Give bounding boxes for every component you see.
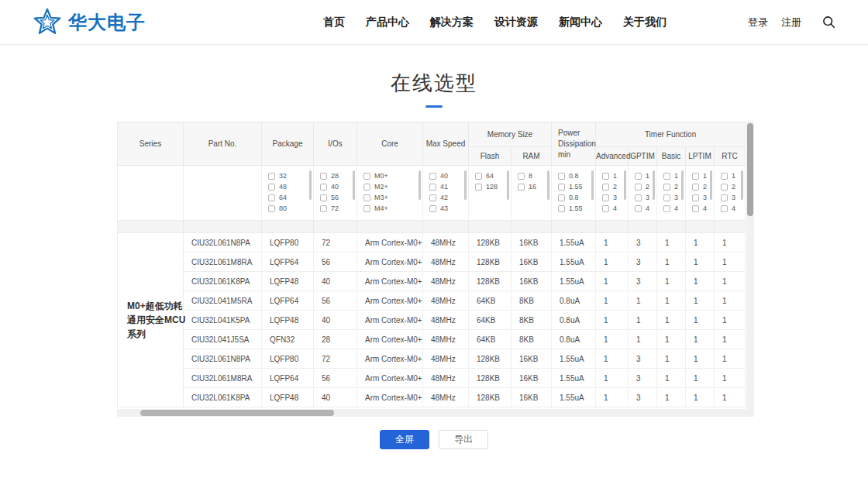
filter-option[interactable]: 4 [721,203,745,214]
cell-power: 1.55uA [552,233,596,253]
cell-gptim: 3 [629,349,657,369]
filter-scrollbar[interactable] [309,170,312,200]
filter-option[interactable]: 32 [268,170,313,181]
filter-option[interactable]: 4 [663,203,685,214]
cell-rtc: 1 [715,388,746,407]
checkbox-icon [663,173,670,180]
filter-option-label: 64 [486,172,494,180]
filter-option-label: 28 [331,172,339,180]
filter-option-label: 2 [646,183,649,191]
main-nav: 首页产品中心解决方案设计资源新闻中心关于我们 [242,15,748,29]
table-row[interactable]: CIU32L061N8PA LQFP80 72 Arm Cortex-M0+ 4… [118,349,746,369]
filter-option-label: 0.8 [569,194,579,201]
horizontal-scrollbar-thumb[interactable] [140,410,334,416]
checkbox-icon [602,194,609,201]
table-row[interactable]: CIU32L061N8PA LQFP80 72 Arm Cortex-M0+ 4… [118,233,746,253]
nav-item[interactable]: 首页 [323,15,345,29]
cell-max-speed: 48MHz [423,349,469,369]
filter-option[interactable]: 1.55 [558,181,595,192]
nav-item[interactable]: 关于我们 [623,15,666,29]
filter-option-label: 1 [674,172,678,180]
filter-option[interactable]: 4 [602,203,628,214]
filter-option-label: 3 [646,194,649,201]
cell-ios: 56 [314,369,357,388]
filter-option[interactable]: 4 [635,203,656,214]
cell-ram: 16KB [512,272,552,291]
filter-option[interactable]: 64 [475,170,511,181]
export-button[interactable]: 导出 [439,430,488,449]
filter-option-label: 1 [732,172,735,180]
cell-flash: 64KB [469,291,512,311]
filter-scrollbar[interactable] [624,170,626,200]
horizontal-scrollbar[interactable] [117,409,754,417]
filter-scrollbar[interactable] [507,170,509,200]
nav-item[interactable]: 新闻中心 [559,15,602,29]
table-row[interactable]: CIU32L041J5SA QFN32 28 Arm Cortex-M0+ 48… [118,330,746,349]
nav-item[interactable]: 产品中心 [366,15,409,29]
vertical-scrollbar-thumb[interactable] [747,123,753,216]
cell-gptim: 1 [629,291,657,311]
checkbox-icon [475,173,482,180]
checkbox-icon [692,184,699,191]
search-icon[interactable] [822,15,835,29]
checkbox-icon [692,173,699,180]
table-row[interactable]: CIU32L041K5PA LQFP48 40 Arm Cortex-M0+ 4… [118,311,746,330]
cell-package: LQFP64 [262,253,314,272]
table-row[interactable]: CIU32L061K8PA LQFP48 40 Arm Cortex-M0+ 4… [118,388,746,407]
col-header-ios: I/Os [314,122,357,166]
filter-option[interactable]: 4 [692,203,714,214]
brand-logo[interactable]: 华大电子 [33,8,242,37]
nav-item[interactable]: 设计资源 [494,15,538,29]
filter-scrollbar[interactable] [547,170,549,200]
star-logo-icon [33,8,62,37]
filter-option-label: 80 [279,204,287,212]
filter-scrollbar[interactable] [418,170,421,200]
filter-option-label: 3 [674,194,678,201]
filter-option[interactable]: M0+ [363,170,422,181]
filter-option[interactable]: 72 [320,203,356,214]
login-link[interactable]: 登录 [748,15,768,29]
filter-option[interactable]: 48 [268,181,313,192]
filter-option[interactable]: M2+ [363,181,422,192]
filter-option[interactable]: 40 [320,181,356,192]
filter-option[interactable]: 41 [429,181,468,192]
filter-scrollbar[interactable] [741,170,743,200]
filter-option-label: 4 [674,204,678,212]
filter-scrollbar[interactable] [653,170,655,200]
checkbox-icon [475,184,482,191]
filter-scrollbar[interactable] [681,170,684,200]
filter-option[interactable]: 8 [518,170,551,181]
filter-option[interactable]: 0.8 [558,170,595,181]
filter-option[interactable]: 128 [475,181,511,192]
vertical-scrollbar[interactable] [746,122,754,417]
nav-item[interactable]: 解决方案 [430,15,474,29]
filter-scrollbar[interactable] [464,170,467,200]
filter-option[interactable]: 43 [429,203,468,214]
filter-option[interactable]: M4+ [363,203,422,214]
table-row[interactable]: CIU32L041M5RA LQFP64 56 Arm Cortex-M0+ 4… [118,291,746,311]
filter-scrollbar[interactable] [710,170,712,200]
filter-option[interactable]: 28 [320,170,356,181]
table-row[interactable]: CIU32L061M8RA LQFP64 56 Arm Cortex-M0+ 4… [118,253,746,272]
filter-option-label: 32 [279,172,287,180]
filter-option[interactable]: M3+ [363,192,422,203]
cell-core: Arm Cortex-M0+ [357,291,423,311]
filter-option[interactable]: 42 [429,192,468,203]
col-header-lptim: LPTIM [686,147,715,166]
table-row[interactable]: CIU32L061M8RA LQFP64 56 Arm Cortex-M0+ 4… [118,369,746,388]
filter-scrollbar[interactable] [591,170,594,200]
register-link[interactable]: 注册 [781,15,801,29]
cell-core: Arm Cortex-M0+ [357,369,423,388]
filter-option[interactable]: 0.8 [558,192,595,203]
filter-option[interactable]: 80 [268,203,313,214]
filter-scrollbar[interactable] [353,170,355,200]
filter-option[interactable]: 56 [320,192,356,203]
filter-option[interactable]: 1.55 [558,203,595,214]
filter-option[interactable]: 64 [268,192,313,203]
filter-option[interactable]: 40 [429,170,468,181]
filter-option[interactable]: 16 [518,181,551,192]
table-row[interactable]: CIU32L061K8PA LQFP48 40 Arm Cortex-M0+ 4… [118,272,746,291]
filter-option-label: M0+ [374,172,388,180]
checkbox-icon [692,194,699,201]
fullscreen-button[interactable]: 全屏 [380,430,429,449]
